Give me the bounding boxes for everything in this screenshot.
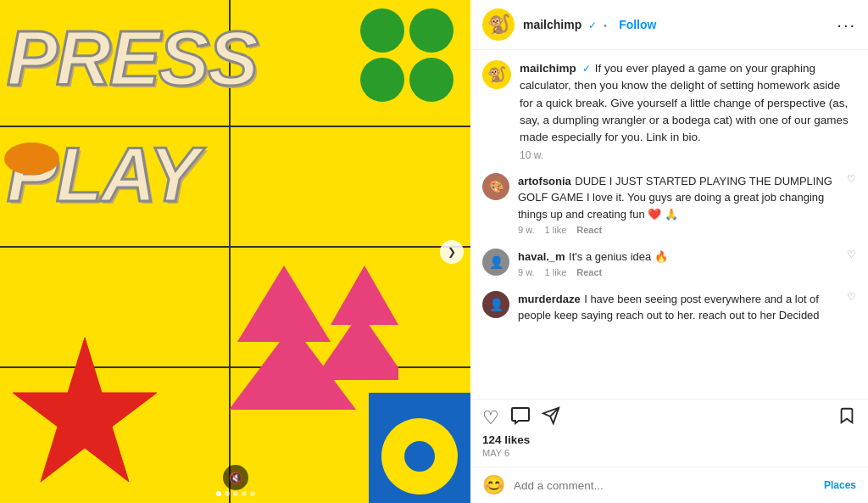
dot-2 [225,491,230,496]
places-button[interactable]: Places [824,479,856,491]
verified-icon: ✓ [588,20,597,31]
press-text: PRESS [7,15,257,103]
caption-username[interactable]: mailchimp [520,62,576,75]
orange-pill [4,143,59,175]
bookmark-button[interactable] [837,406,856,430]
comment-username-1[interactable]: artofsonia [518,175,571,187]
avatar-icon: 🐒 [487,14,510,36]
carousel-dots [216,491,255,496]
main-container: PRESS PLAY [0,0,868,503]
blue-inner-circle [404,441,435,472]
blue-panel [369,393,470,503]
comment-body-1: artofsonia DUDE I JUST STARTED PLAYING T… [518,173,838,235]
caption-body: mailchimp ✓ If you ever played a game on… [520,60,856,161]
comment-react-2[interactable]: React [576,267,602,277]
right-panel: 🐒 mailchimp ✓ • Follow ··· 🐒 mailchimp ✓ [470,0,868,503]
image-panel: PRESS PLAY [0,0,470,503]
avatar: 🐒 [482,8,515,41]
add-comment-bar: 😊 Places [470,467,868,503]
comment-body-2: haval._m It's a genius idea 🔥 9 w. 1 lik… [518,249,838,277]
grid-line-h2 [0,246,470,248]
mute-button[interactable]: 🔇 [223,465,248,490]
comment-meta-1: 9 w. 1 like React [518,225,838,235]
yellow-circle [381,418,458,495]
comment-time-1: 9 w. [518,225,535,235]
comment-body-3: murderdaze I have been seeing post every… [518,291,838,323]
mute-icon: 🔇 [229,472,242,484]
more-options-button[interactable]: ··· [837,15,856,35]
dot-5 [250,491,255,496]
grid-line-h1 [0,126,470,127]
comment-likes-1: 1 like [545,225,567,235]
caption-section: 🐒 mailchimp ✓ If you ever played a game … [470,50,868,166]
clover-tr [409,8,453,53]
caption-time: 10 w. [520,149,856,161]
dot-1 [216,491,221,496]
action-icons: ♡ [482,406,856,430]
post-header: 🐒 mailchimp ✓ • Follow ··· [470,0,868,50]
comment-row: 👤 haval._m It's a genius idea 🔥 9 w. 1 l… [470,242,868,284]
comment-row: 👤 murderdaze I have been seeing post eve… [470,284,868,330]
clover-shape [360,8,453,102]
dot-3 [233,491,238,496]
comment-time-2: 9 w. [518,267,535,277]
post-date: MAY 6 [482,448,856,458]
comment-avatar-3: 👤 [482,291,509,318]
post-content: 🐒 mailchimp ✓ If you ever played a game … [470,50,868,399]
comment-react-1[interactable]: React [576,225,602,235]
red-star [8,333,161,486]
caption-avatar: 🐒 [482,60,511,89]
pink-tree-right-bottom [314,312,398,380]
share-button[interactable] [542,406,560,430]
clover-bl [360,58,404,102]
press-play-background: PRESS PLAY [0,0,470,503]
header-username[interactable]: mailchimp [523,18,581,31]
chevron-right-icon: ❯ [448,246,456,258]
comment-button[interactable] [511,406,530,430]
actions-bar: ♡ 124 likes [470,399,868,467]
like-button[interactable]: ♡ [482,407,499,429]
comment-heart-1[interactable]: ♡ [847,173,856,185]
comment-username-2[interactable]: haval._m [518,250,565,263]
svg-marker-0 [13,338,157,482]
comment-username-3[interactable]: murderdaze [518,293,581,305]
comment-avatar-1: 🎨 [482,173,509,200]
header-user-info: mailchimp ✓ • Follow [515,17,837,32]
comment-text-2: It's a genius idea 🔥 [569,250,668,263]
next-arrow-button[interactable]: ❯ [440,240,464,264]
dot-4 [242,491,247,496]
comment-likes-2: 1 like [545,267,567,277]
caption-avatar-icon: 🐒 [487,65,506,84]
likes-count: 124 likes [482,433,856,446]
comment-heart-2[interactable]: ♡ [847,249,856,260]
comment-meta-2: 9 w. 1 like React [518,267,838,277]
emoji-button[interactable]: 😊 [482,474,505,496]
caption-verified: ✓ [582,63,591,75]
comment-row: 🎨 artofsonia DUDE I JUST STARTED PLAYING… [470,166,868,242]
comment-input[interactable] [514,479,815,492]
comment-heart-3[interactable]: ♡ [847,291,856,303]
clover-br [409,58,453,102]
follow-button[interactable]: Follow [619,18,656,31]
separator: • [604,21,607,31]
comment-avatar-2: 👤 [482,249,509,276]
clover-tl [360,8,404,53]
